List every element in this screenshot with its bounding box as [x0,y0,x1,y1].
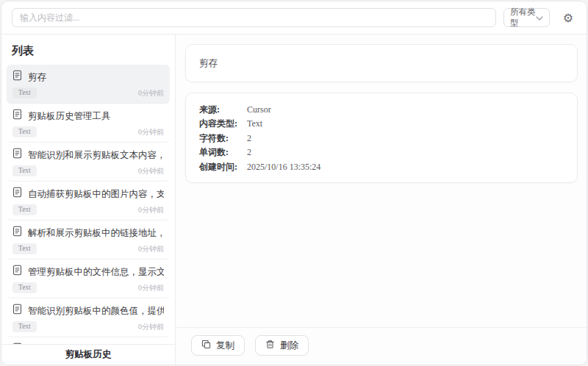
copy-icon [201,340,211,352]
list-item-meta: Text 0分钟前 [12,204,164,215]
list-item-header: 剪贴板历史管理工具 [12,109,164,123]
meta-row: 来源: Cursor [199,103,564,116]
list-item-meta: Text 0分钟前 [12,321,164,332]
document-icon [12,187,22,201]
list-item-header: 剪存 [12,70,164,84]
sidebar-title: 列表 [1,35,175,65]
type-filter-value: 所有类型 [510,7,536,29]
type-badge: Text [12,126,37,137]
meta-row: 内容类型: Text [199,117,564,130]
list-item-meta: Text 0分钟前 [12,87,164,98]
type-badge: Text [12,321,37,332]
meta-value: 2025/10/16 13:35:24 [247,160,320,173]
list-item-header: 解析和展示剪贴板中的链接地址，自动… [12,226,164,240]
document-icon [12,70,22,84]
meta-label: 字符数: [199,132,247,145]
item-title: 自动捕获剪贴板中的图片内容，支持预… [28,188,164,200]
content-preview-card: 剪存 [185,44,578,82]
filter-input[interactable] [12,8,496,27]
sidebar: 列表 剪存 Text 0分钟前 剪贴板历史管理工具 [1,35,176,365]
item-title: 解析和展示剪贴板中的链接地址，自动… [28,227,164,239]
list-item-meta: Text 0分钟前 [12,165,164,176]
list-item-header: 智能识别剪贴板中的颜色值，提供可视… [12,304,164,317]
list-item[interactable]: 管理剪贴板中的文件信息，显示文件大… Text 0分钟前 [7,259,170,298]
detail-panel: 剪存 来源: Cursor 内容类型: Text 字符数: 2 单词数: 2 创… [176,35,587,365]
sidebar-footer: 剪贴板历史 [1,344,175,365]
delete-button[interactable]: 删除 [255,335,309,356]
meta-row: 单词数: 2 [199,146,564,159]
list-item[interactable]: 智能识别和展示剪贴板文本内容，支持… Text 0分钟前 [7,143,170,182]
meta-value: Text [247,117,262,130]
item-title: 剪存 [28,71,46,83]
item-time: 0分钟前 [138,244,164,254]
meta-value: Cursor [247,103,271,116]
type-badge: Text [12,204,37,215]
delete-button-label: 删除 [280,340,298,352]
list-item-meta: Text 0分钟前 [12,243,164,254]
list-item-header: 智能识别和展示剪贴板文本内容，支持… [12,148,164,162]
meta-value: 2 [247,146,251,159]
list-item-header: 自动捕获剪贴板中的图片内容，支持预… [12,187,164,201]
settings-button[interactable]: ⚙ [557,7,579,29]
item-time: 0分钟前 [138,166,164,176]
copy-button[interactable]: 复制 [191,335,245,356]
clipboard-manager-window: 所有类型 ⚙ 列表 剪存 Text 0分钟前 [1,1,587,365]
type-filter-select[interactable]: 所有类型 [503,8,550,27]
meta-label: 创建时间: [199,160,247,173]
type-badge: Text [12,282,37,293]
content-preview-text: 剪存 [199,58,218,68]
item-time: 0分钟前 [138,283,164,293]
type-badge: Text [12,165,37,176]
document-icon [12,304,22,317]
meta-label: 内容类型: [199,117,247,130]
item-title: 智能识别剪贴板中的颜色值，提供可视… [28,305,164,317]
type-badge: Text [12,87,37,98]
list-item[interactable]: 解析和展示剪贴板中的链接地址，自动… Text 0分钟前 [7,220,170,259]
gear-icon: ⚙ [563,11,573,25]
clipboard-list: 剪存 Text 0分钟前 剪贴板历史管理工具 Text 0分钟前 [1,65,175,344]
item-title: 剪贴板历史管理工具 [28,110,111,122]
copy-button-label: 复制 [216,340,234,352]
app-body: 列表 剪存 Text 0分钟前 剪贴板历史管理工具 [1,35,587,365]
list-item-header: 管理剪贴板中的文件信息，显示文件大… [12,265,164,279]
metadata-card: 来源: Cursor 内容类型: Text 字符数: 2 单词数: 2 创建时间… [185,93,578,183]
item-time: 0分钟前 [138,322,164,332]
list-item-meta: Text 0分钟前 [12,282,164,293]
meta-row: 创建时间: 2025/10/16 13:35:24 [199,160,564,173]
list-item[interactable]: 剪贴板历史管理工具 Text 0分钟前 [7,104,170,143]
meta-label: 来源: [199,103,247,116]
list-item[interactable]: 剪存 Text 0分钟前 [7,65,170,104]
item-time: 0分钟前 [138,88,164,98]
trash-icon [265,340,275,352]
meta-row: 字符数: 2 [199,132,564,145]
item-time: 0分钟前 [138,127,164,137]
document-icon [12,148,22,162]
meta-value: 2 [247,132,251,145]
detail-scroll-area: 剪存 来源: Cursor 内容类型: Text 字符数: 2 单词数: 2 创… [176,35,587,327]
list-item-meta: Text 0分钟前 [12,126,164,137]
document-icon [12,265,22,279]
topbar: 所有类型 ⚙ [1,1,587,35]
item-title: 智能识别和展示剪贴板文本内容，支持… [28,149,164,161]
list-item[interactable]: 提供密码保护、自动清理、快捷键配置… Text 0分钟前 [7,337,170,344]
list-item[interactable]: 自动捕获剪贴板中的图片内容，支持预… Text 0分钟前 [7,182,170,220]
meta-label: 单词数: [199,146,247,159]
document-icon [12,109,22,123]
sidebar-footer-label: 剪贴板历史 [65,348,112,361]
item-time: 0分钟前 [138,205,164,215]
actions-bar: 复制 删除 [176,327,587,365]
document-icon [12,226,22,240]
list-item[interactable]: 智能识别剪贴板中的颜色值，提供可视… Text 0分钟前 [7,298,170,337]
item-title: 管理剪贴板中的文件信息，显示文件大… [28,266,164,278]
type-badge: Text [12,243,37,254]
chevron-down-icon [536,13,543,22]
